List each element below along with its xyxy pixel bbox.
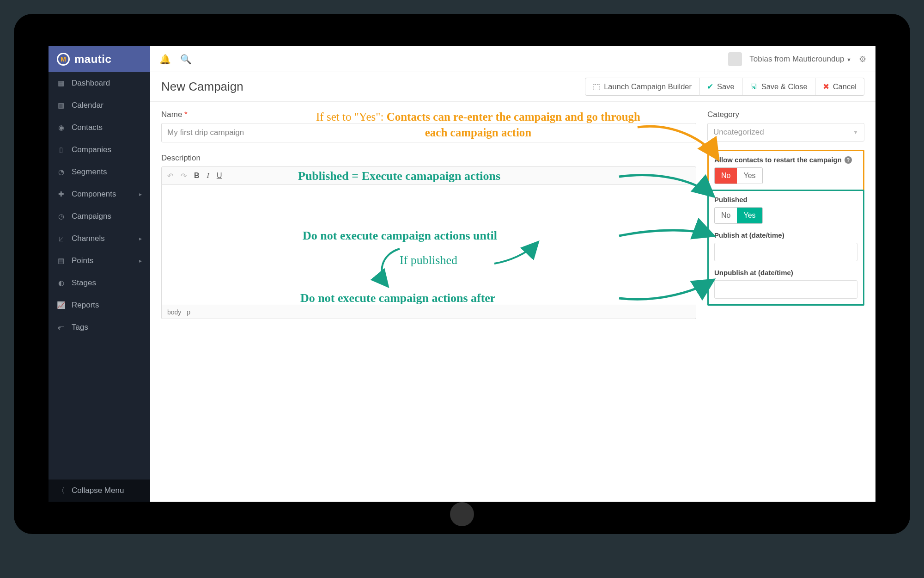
description-editor[interactable] xyxy=(161,185,696,305)
published-label: Published xyxy=(714,196,857,203)
sidebar-item-label: Segments xyxy=(72,167,107,177)
sidebar-item-label: Contacts xyxy=(72,123,103,132)
chevron-right-icon: ▸ xyxy=(139,258,142,264)
sidebar-item-segments[interactable]: ◔Segments xyxy=(49,161,150,183)
nav: ▦Dashboard ▥Calendar ◉Contacts ▯Companie… xyxy=(49,72,150,480)
editor-toolbar: ↶ ↷ B I U xyxy=(161,166,696,185)
notifications-icon[interactable]: 🔔 xyxy=(159,54,171,65)
brand-logo[interactable]: M mautic xyxy=(49,46,150,72)
restart-section: Allow contacts to restart the campaign ?… xyxy=(707,150,864,191)
rss-icon: ⟀ xyxy=(57,235,65,243)
main: 🔔 🔍 Tobias from Mauticroundup ▼ ⚙ New Ca… xyxy=(150,46,875,502)
bold-button[interactable]: B xyxy=(194,172,200,180)
action-buttons: ⬚Launch Campaign Builder ✔Save 🖫Save & C… xyxy=(585,78,864,96)
sidebar-item-label: Components xyxy=(72,190,116,199)
publish-at-input[interactable] xyxy=(714,243,857,261)
gauge-icon: ◐ xyxy=(57,279,65,287)
chevron-right-icon: ▸ xyxy=(139,191,142,197)
editor-path: body p xyxy=(161,305,696,319)
undo-icon[interactable]: ↶ xyxy=(167,172,173,180)
sidebar-item-label: Campaigns xyxy=(72,212,111,221)
logo-icon: M xyxy=(57,53,70,66)
page-title: New Campaign xyxy=(161,80,243,94)
published-yes-option[interactable]: Yes xyxy=(737,208,762,223)
settings-icon[interactable]: ⚙ xyxy=(859,54,866,64)
close-icon: ✖ xyxy=(823,82,829,91)
published-no-option[interactable]: No xyxy=(715,208,737,223)
sidebar-item-stages[interactable]: ◐Stages xyxy=(49,272,150,294)
sidebar-item-label: Dashboard xyxy=(72,79,110,88)
user-menu[interactable]: Tobias from Mauticroundup ▼ xyxy=(749,55,851,64)
help-icon[interactable]: ? xyxy=(845,156,852,164)
sidebar-item-tags[interactable]: 🏷Tags xyxy=(49,316,150,338)
sidebar-item-contacts[interactable]: ◉Contacts xyxy=(49,117,150,139)
chevron-down-icon: ▼ xyxy=(846,57,851,62)
piechart-icon: ◔ xyxy=(57,168,65,176)
unpublish-at-label: Unpublish at (date/time) xyxy=(714,269,857,277)
sidebar-item-label: Calendar xyxy=(72,101,103,110)
chevron-right-icon: ▸ xyxy=(139,235,142,242)
topbar: 🔔 🔍 Tobias from Mauticroundup ▼ ⚙ xyxy=(150,46,875,72)
search-icon[interactable]: 🔍 xyxy=(180,54,192,65)
sidebar-item-label: Points xyxy=(72,256,93,265)
sidebar-item-companies[interactable]: ▯Companies xyxy=(49,139,150,161)
save-button[interactable]: ✔Save xyxy=(699,78,742,96)
building-icon: ▯ xyxy=(57,146,65,154)
grid-icon: ▦ xyxy=(57,79,65,87)
sidebar-item-label: Stages xyxy=(72,278,96,288)
device-home-button xyxy=(450,502,474,526)
sidebar-item-dashboard[interactable]: ▦Dashboard xyxy=(49,72,150,94)
sidebar-item-channels[interactable]: ⟀Channels▸ xyxy=(49,228,150,250)
launch-builder-button[interactable]: ⬚Launch Campaign Builder xyxy=(585,78,699,96)
redo-icon[interactable]: ↷ xyxy=(181,172,187,180)
chevron-left-icon: 〈 xyxy=(57,486,65,495)
category-select[interactable]: Uncategorized ▼ xyxy=(707,123,864,141)
sidebar-item-label: Tags xyxy=(72,323,88,332)
brand-name: mautic xyxy=(74,53,111,66)
restart-toggle[interactable]: No Yes xyxy=(714,167,763,184)
sidebar-item-points[interactable]: ▤Points▸ xyxy=(49,250,150,272)
user-icon: ◉ xyxy=(57,123,65,132)
description-label: Description xyxy=(161,154,696,163)
underline-button[interactable]: U xyxy=(217,172,222,180)
published-toggle[interactable]: No Yes xyxy=(714,207,763,224)
restart-yes-option[interactable]: Yes xyxy=(737,168,762,184)
sidebar-item-label: Companies xyxy=(72,145,111,154)
category-value: Uncategorized xyxy=(713,128,764,137)
clock-icon: ◷ xyxy=(57,212,65,221)
sidebar-item-label: Reports xyxy=(72,301,99,310)
calendar-icon: ▥ xyxy=(57,101,65,110)
restart-no-option[interactable]: No xyxy=(715,168,737,184)
collapse-label: Collapse Menu xyxy=(72,486,124,495)
chart-icon: 📈 xyxy=(57,301,65,309)
check-icon: ✔ xyxy=(707,82,713,91)
cancel-button[interactable]: ✖Cancel xyxy=(815,78,864,96)
sidebar-item-campaigns[interactable]: ◷Campaigns xyxy=(49,205,150,228)
sidebar-item-calendar[interactable]: ▥Calendar xyxy=(49,94,150,117)
sidebar: M mautic ▦Dashboard ▥Calendar ◉Contacts … xyxy=(49,46,150,502)
unpublish-at-input[interactable] xyxy=(714,280,857,299)
chevron-down-icon: ▼ xyxy=(853,129,858,135)
italic-button[interactable]: I xyxy=(207,172,209,180)
restart-label: Allow contacts to restart the campaign ? xyxy=(714,156,857,164)
save-close-button[interactable]: 🖫Save & Close xyxy=(742,78,815,96)
page-header: New Campaign ⬚Launch Campaign Builder ✔S… xyxy=(150,72,875,102)
name-label: Name * xyxy=(161,110,696,119)
avatar[interactable] xyxy=(728,52,742,66)
publish-at-label: Publish at (date/time) xyxy=(714,231,857,239)
sidebar-item-reports[interactable]: 📈Reports xyxy=(49,294,150,316)
sidebar-item-components[interactable]: ✚Components▸ xyxy=(49,183,150,205)
tag-icon: 🏷 xyxy=(57,324,65,332)
cube-icon: ⬚ xyxy=(593,82,600,91)
publish-section: Published No Yes Publish at (date/time) … xyxy=(707,190,864,306)
collapse-menu[interactable]: 〈Collapse Menu xyxy=(49,480,150,502)
save-icon: 🖫 xyxy=(750,82,758,91)
category-label: Category xyxy=(707,110,864,119)
puzzle-icon: ✚ xyxy=(57,190,65,198)
calculator-icon: ▤ xyxy=(57,257,65,265)
sidebar-item-label: Channels xyxy=(72,234,105,243)
name-input[interactable] xyxy=(161,123,696,142)
